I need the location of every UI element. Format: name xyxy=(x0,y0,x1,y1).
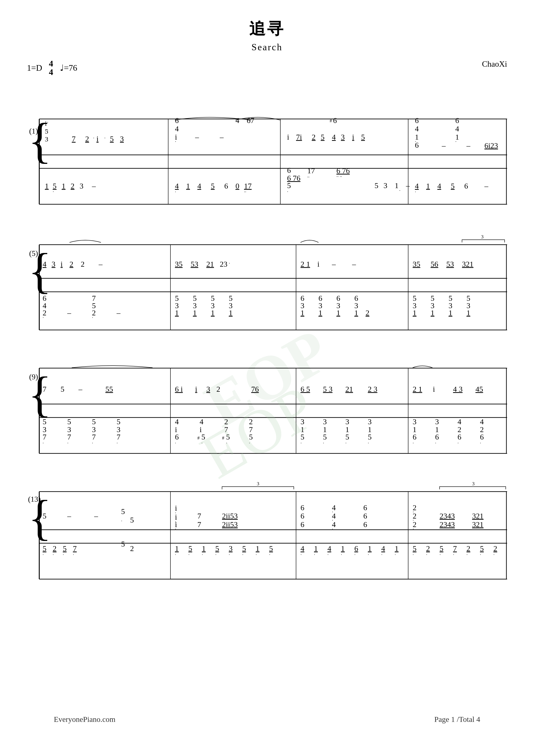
t4m14-7: 7 xyxy=(197,512,201,520)
b2m7-6c: 6 xyxy=(336,294,340,302)
t2m5-i: i xyxy=(61,260,63,268)
t1m1-dot-2: · xyxy=(93,135,94,141)
b2m8-5d: 5 xyxy=(467,294,470,302)
b2m6-1b: 1 xyxy=(193,309,197,317)
t3m11-53: 5 3 xyxy=(323,385,333,393)
t1m1-5: 5 xyxy=(110,135,114,143)
time-signature: 4 4 xyxy=(49,59,53,76)
t4m16-2343: 2343 xyxy=(440,512,455,520)
section-label-13: (13) xyxy=(28,495,41,503)
t2m7-dash1: – xyxy=(332,260,336,268)
triplet-bracket-2 xyxy=(222,487,294,489)
t1m3-6-sharp: 6 xyxy=(333,116,337,124)
b3m9-5a: 5 xyxy=(43,418,46,426)
b3m9-3a: 3 xyxy=(43,425,46,434)
t4m16b-321: 321 xyxy=(472,520,484,528)
b1m3-dot5: . xyxy=(287,188,288,193)
b4m14-dot1b: . xyxy=(202,551,203,556)
b1m1-2: 2 xyxy=(71,182,74,190)
t1m4-dash2: – xyxy=(466,141,470,150)
triplet-3c: 3 xyxy=(472,481,474,486)
t1m2-4: 4 xyxy=(175,124,179,133)
tempo: ♩=76 xyxy=(60,63,77,73)
b1m3-dots2: .. .. xyxy=(336,173,342,178)
t4m15b-dot4: · xyxy=(332,526,333,532)
t1m3-2: 2 xyxy=(312,133,316,141)
b1m3-3: 3 xyxy=(384,181,387,190)
b2m6-1c: 1 xyxy=(211,309,215,317)
b4m16-dot5b: . xyxy=(440,551,441,556)
b1m4-dash: – xyxy=(484,182,489,190)
b4m14-dot5b: . xyxy=(215,551,216,556)
b3m12-dot6a: . xyxy=(413,439,414,444)
b2m6-5a: 5 xyxy=(175,294,179,302)
t4m13-dash1: – xyxy=(67,512,71,520)
t1m4-6b: 6 xyxy=(415,141,419,149)
b3m9-dot7d: . xyxy=(116,439,118,444)
section-label-1: (1) xyxy=(29,127,38,135)
b4m15-dot1c: . xyxy=(368,551,369,556)
t2m5-2: 2 xyxy=(69,260,73,268)
t4m13-dash2: – xyxy=(94,512,98,520)
t3m9-55: 55 xyxy=(105,385,113,393)
b2m7-6a: 6 xyxy=(300,294,304,302)
b2m8-5a: 5 xyxy=(413,294,417,302)
b4m16-dot2a: . xyxy=(426,551,427,556)
t1m2-dot-i: · xyxy=(175,139,176,144)
t2m5-4: 4 xyxy=(43,260,46,268)
t3m12-21: 2 1 xyxy=(413,385,422,393)
b1m1-3: 3 xyxy=(80,182,84,190)
b1m2-6: 6 xyxy=(224,182,228,190)
title-section: 追寻 Search xyxy=(27,18,507,53)
t3m10-i: i xyxy=(195,385,197,393)
page: EOP 追寻 Search 1=D 4 4 ♩=76 ChaoXi { xyxy=(0,0,534,756)
t3m12-45: 45 xyxy=(475,385,483,393)
meta-line: 1=D 4 4 ♩=76 ChaoXi xyxy=(27,59,507,76)
b2m5-dash: – xyxy=(67,309,71,317)
b2m7-6d: 6 xyxy=(354,294,358,302)
section-label-9: (9) xyxy=(29,373,38,381)
b4m13-5top: 5 xyxy=(121,540,125,548)
b3m12-4a: 4 xyxy=(458,418,461,426)
t1m4-6r: 6 xyxy=(455,116,459,124)
b4m14-dot5a: . xyxy=(189,551,190,556)
b4m15-dot1b: . xyxy=(341,551,342,556)
b2m7-1d: 1 xyxy=(354,309,358,317)
title-chinese: 追寻 xyxy=(27,18,507,40)
t3m10-3: 3 xyxy=(206,385,210,393)
b3m11-3d: 3 xyxy=(368,418,371,426)
b1m4-4b: 4 xyxy=(437,182,441,190)
b4m14-dot3: . xyxy=(229,551,230,556)
b2m8-1d: 1 xyxy=(467,309,470,317)
section-label-5: (5) xyxy=(29,249,38,258)
b4m13-dot5b: . xyxy=(63,551,64,556)
b1m1-dot-5: . xyxy=(53,187,54,193)
b3m11-1c: 1 xyxy=(345,425,349,434)
t1m4-dash: – xyxy=(442,141,446,150)
b1m2-0: 0 xyxy=(236,182,239,190)
b1m3-dash: – xyxy=(406,181,410,190)
t1m1-2: 2 xyxy=(85,135,89,143)
t4m15-6b: 6 xyxy=(300,512,304,520)
b3m11-dot5c: . xyxy=(345,439,346,444)
t4m13-5b: 5 xyxy=(130,516,134,524)
t1m1-7: 7 xyxy=(72,135,76,143)
t4m15b-6a: 6 xyxy=(300,520,304,528)
t4m16b-dot2: · xyxy=(413,526,414,532)
b3m12-2a: 2 xyxy=(458,425,461,434)
b4m13-dot2: . xyxy=(53,551,54,556)
b4m13-5btm: 2 xyxy=(130,544,134,553)
b1m4-5: 5 xyxy=(451,182,455,190)
b1m3-76: 6 76 xyxy=(287,174,300,182)
b3m11-dot5b: . xyxy=(323,439,324,444)
b3m12-dot6b: . xyxy=(435,439,436,444)
t1m3-3: 3 xyxy=(341,133,345,141)
b4m16-dot2b: . xyxy=(467,551,468,556)
b1m3-5b: 5 xyxy=(374,181,378,190)
t1m2b-4: 4 xyxy=(236,116,239,124)
b3m9-5d: 5 xyxy=(116,418,120,426)
t2m6-dot35: · xyxy=(175,260,176,266)
t3m11-21: 21 xyxy=(345,385,353,393)
b4m15-dot4a: . xyxy=(300,551,302,556)
footer-right: Page 1 /Total 4 xyxy=(434,715,480,724)
